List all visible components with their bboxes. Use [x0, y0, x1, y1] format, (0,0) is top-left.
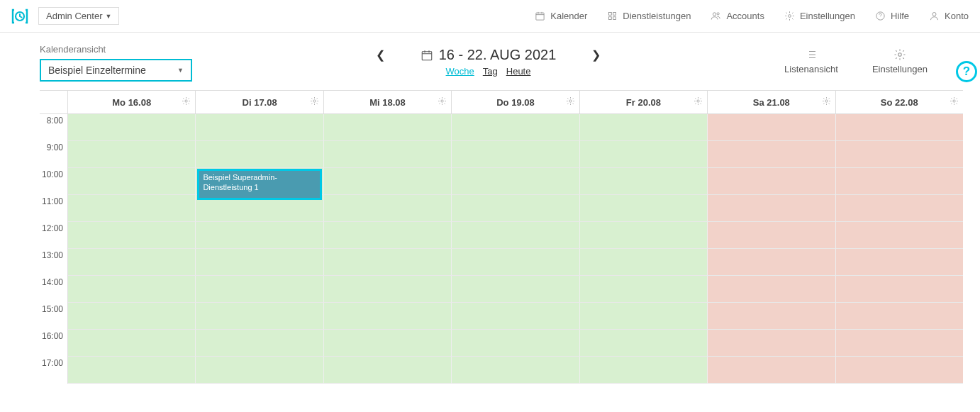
nav-kalender[interactable]: Kalender [535, 11, 587, 21]
calendar-cell[interactable] [452, 141, 579, 168]
calendar-cell[interactable] [708, 195, 835, 222]
calendar-cell[interactable] [836, 249, 963, 276]
calendar-cell[interactable] [836, 168, 963, 195]
calendar-cell[interactable] [580, 276, 708, 303]
calendar-cell[interactable] [836, 141, 963, 168]
calendar-cell[interactable] [580, 249, 708, 276]
calendar-event[interactable]: Beispiel Superadmin-Dienstleistung 1 [197, 169, 321, 200]
view-today-link[interactable]: Heute [506, 66, 531, 77]
day-gear-icon[interactable] [694, 96, 703, 108]
day-header[interactable]: Mi 18.08 [324, 91, 452, 114]
calendar-cell[interactable] [836, 330, 963, 357]
calendar-cell[interactable] [68, 276, 196, 303]
calendar-cell[interactable] [324, 141, 452, 168]
prev-week-button[interactable]: ❮ [369, 48, 392, 62]
day-gear-icon[interactable] [438, 96, 447, 108]
calendar-cell[interactable] [708, 114, 835, 141]
calendar-cell[interactable] [708, 141, 835, 168]
day-header[interactable]: Mo 16.08 [68, 91, 196, 114]
calendar-cell[interactable] [68, 357, 196, 384]
view-day-link[interactable]: Tag [483, 66, 498, 77]
calendar-cell[interactable] [580, 330, 708, 357]
nav-dienstleistungen[interactable]: Dienstleistungen [607, 11, 691, 21]
view-week-link[interactable]: Woche [446, 66, 474, 77]
calendar-cell[interactable] [196, 276, 323, 303]
calendar-cell[interactable] [836, 195, 963, 222]
nav-konto[interactable]: Konto [929, 11, 969, 21]
next-week-button[interactable]: ❯ [584, 48, 608, 62]
calendar-cell[interactable] [580, 168, 708, 195]
calendar-cell[interactable] [68, 222, 196, 249]
calendar-cell[interactable] [196, 303, 323, 330]
calendar-cell[interactable] [452, 303, 579, 330]
calendar-cell[interactable] [452, 168, 579, 195]
calendar-cell[interactable]: Beispiel Superadmin-Dienstleistung 1 [196, 168, 323, 195]
calendar-cell[interactable] [68, 114, 196, 141]
calendar-cell[interactable] [708, 276, 835, 303]
admin-center-dropdown[interactable]: Admin Center ▼ [38, 7, 119, 25]
calendar-cell[interactable] [68, 303, 196, 330]
day-header[interactable]: Fr 20.08 [580, 91, 708, 114]
calendar-cell[interactable] [68, 330, 196, 357]
calendar-cell[interactable] [708, 222, 835, 249]
calendar-cell[interactable] [580, 222, 708, 249]
calendar-cell[interactable] [580, 303, 708, 330]
day-header[interactable]: Do 19.08 [452, 91, 579, 114]
calendar-select[interactable]: Beispiel Einzeltermine ▼ [40, 59, 192, 82]
calendar-cell[interactable] [196, 357, 323, 384]
calendar-cell[interactable] [452, 249, 579, 276]
logo[interactable] [11, 8, 28, 25]
calendar-cell[interactable] [324, 222, 452, 249]
calendar-cell[interactable] [452, 195, 579, 222]
calendar-cell[interactable] [452, 222, 579, 249]
nav-hilfe[interactable]: Hilfe [875, 11, 909, 21]
calendar-cell[interactable] [452, 330, 579, 357]
day-gear-icon[interactable] [566, 96, 575, 108]
calendar-cell[interactable] [324, 303, 452, 330]
day-gear-icon[interactable] [182, 96, 191, 108]
day-header[interactable]: Sa 21.08 [708, 91, 835, 114]
day-gear-icon[interactable] [310, 96, 319, 108]
calendar-cell[interactable] [708, 303, 835, 330]
calendar-cell[interactable] [452, 276, 579, 303]
calendar-cell[interactable] [196, 114, 323, 141]
calendar-cell[interactable] [708, 330, 835, 357]
settings-button[interactable]: Einstellungen [872, 48, 928, 74]
calendar-cell[interactable] [836, 357, 963, 384]
calendar-cell[interactable] [68, 141, 196, 168]
calendar-cell[interactable] [196, 249, 323, 276]
calendar-cell[interactable] [68, 249, 196, 276]
calendar-cell[interactable] [708, 168, 835, 195]
calendar-cell[interactable] [836, 276, 963, 303]
calendar-cell[interactable] [324, 195, 452, 222]
calendar-cell[interactable] [324, 357, 452, 384]
list-view-button[interactable]: Listenansicht [784, 48, 838, 74]
calendar-cell[interactable] [196, 222, 323, 249]
calendar-cell[interactable] [68, 195, 196, 222]
calendar-cell[interactable] [452, 114, 579, 141]
calendar-cell[interactable] [196, 330, 323, 357]
calendar-cell[interactable] [324, 114, 452, 141]
calendar-cell[interactable] [836, 114, 963, 141]
nav-einstellungen[interactable]: Einstellungen [784, 11, 855, 21]
calendar-cell[interactable] [580, 141, 708, 168]
calendar-cell[interactable] [452, 357, 579, 384]
day-header[interactable]: Di 17.08 [196, 91, 323, 114]
calendar-cell[interactable] [836, 222, 963, 249]
calendar-cell[interactable] [708, 357, 835, 384]
calendar-cell[interactable] [324, 330, 452, 357]
calendar-cell[interactable] [708, 249, 835, 276]
day-gear-icon[interactable] [950, 96, 959, 108]
calendar-cell[interactable] [68, 168, 196, 195]
calendar-cell[interactable] [324, 168, 452, 195]
calendar-cell[interactable] [580, 114, 708, 141]
calendar-cell[interactable] [580, 357, 708, 384]
calendar-cell[interactable] [324, 249, 452, 276]
calendar-cell[interactable] [196, 141, 323, 168]
day-header[interactable]: So 22.08 [836, 91, 963, 114]
calendar-cell[interactable] [836, 303, 963, 330]
help-float-button[interactable]: ? [956, 61, 977, 82]
calendar-cell[interactable] [580, 195, 708, 222]
calendar-cell[interactable] [324, 276, 452, 303]
day-gear-icon[interactable] [822, 96, 831, 108]
